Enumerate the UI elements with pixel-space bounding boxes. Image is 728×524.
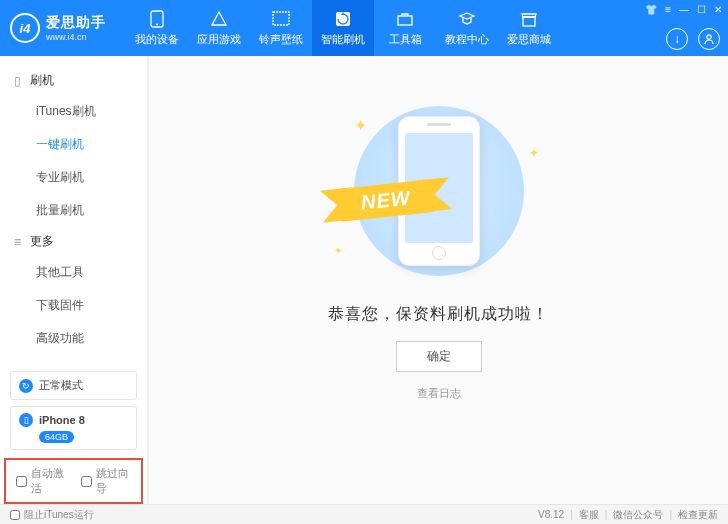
main-content: ✦ ✦ ✦ NEW 恭喜您，保资料刷机成功啦！ 确定 查看日志 [148,56,728,504]
tab-apps[interactable]: 应用游戏 [188,0,250,56]
mode-status[interactable]: ↻ 正常模式 [10,371,137,400]
svg-rect-2 [273,12,289,25]
close-icon[interactable]: ✕ [714,4,722,15]
app-name: 爱思助手 [46,14,106,32]
sidebar-item-batch[interactable]: 批量刷机 [0,194,147,227]
sidebar-item-itunes[interactable]: iTunes刷机 [0,95,147,128]
tab-store[interactable]: 爱思商城 [498,0,560,56]
tab-label: 我的设备 [135,32,179,47]
sidebar-item-advanced[interactable]: 高级功能 [0,322,147,355]
tutorial-icon [457,10,477,28]
success-illustration: ✦ ✦ ✦ NEW [334,106,544,276]
tab-my-device[interactable]: 我的设备 [126,0,188,56]
sidebar-item-oneclick[interactable]: 一键刷机 [0,128,147,161]
tab-toolbox[interactable]: 工具箱 [374,0,436,56]
app-url: www.i4.cn [46,32,106,42]
maximize-icon[interactable]: ☐ [697,4,706,15]
svg-point-6 [707,35,711,39]
toolbox-icon [395,10,415,28]
storage-badge: 64GB [39,431,74,443]
skin-icon[interactable]: 👕 [645,4,657,15]
tab-label: 爱思商城 [507,32,551,47]
wallpaper-icon [271,10,291,28]
store-icon [519,10,539,28]
ok-button[interactable]: 确定 [396,341,482,372]
header: i4 爱思助手 www.i4.cn 我的设备 应用游戏 铃声壁纸 智能刷机 工具… [0,0,728,56]
tab-flash[interactable]: 智能刷机 [312,0,374,56]
tab-label: 教程中心 [445,32,489,47]
flash-icon [333,10,353,28]
tab-ringtones[interactable]: 铃声壁纸 [250,0,312,56]
sidebar-item-pro[interactable]: 专业刷机 [0,161,147,194]
phone-outline-icon: ▯ [14,74,24,88]
version-label: V8.12 [538,509,564,520]
sidebar: ▯ 刷机 iTunes刷机 一键刷机 专业刷机 批量刷机 ≡ 更多 其他工具 下… [0,56,148,504]
download-button[interactable]: ↓ [666,28,688,50]
logo: i4 爱思助手 www.i4.cn [0,13,116,43]
group-label: 刷机 [30,72,54,89]
sidebar-group-more: ≡ 更多 [0,227,147,256]
window-controls: 👕 ≡ — ☐ ✕ [645,4,722,15]
svg-point-1 [156,23,158,25]
cb-label: 跳过向导 [96,466,132,496]
view-log-link[interactable]: 查看日志 [417,386,461,401]
footer: 阻止iTunes运行 V8.12 | 客服 | 微信公众号 | 检查更新 [0,504,728,524]
svg-rect-5 [523,17,535,26]
success-message: 恭喜您，保资料刷机成功啦！ [328,304,549,325]
auto-activate-checkbox[interactable]: 自动激活 [16,466,67,496]
wechat-link[interactable]: 微信公众号 [613,508,663,522]
device-icon [147,10,167,28]
account-button[interactable] [698,28,720,50]
tab-tutorials[interactable]: 教程中心 [436,0,498,56]
block-itunes-checkbox[interactable]: 阻止iTunes运行 [10,508,94,522]
svg-rect-4 [398,16,412,25]
sidebar-item-other[interactable]: 其他工具 [0,256,147,289]
logo-icon: i4 [10,13,40,43]
menu-icon[interactable]: ≡ [665,4,671,15]
tab-label: 智能刷机 [321,32,365,47]
options-bar: 自动激活 跳过向导 [4,458,143,504]
sidebar-group-flash: ▯ 刷机 [0,66,147,95]
header-actions: ↓ [666,28,720,50]
list-icon: ≡ [14,235,24,249]
support-link[interactable]: 客服 [579,508,599,522]
tab-label: 铃声壁纸 [259,32,303,47]
tab-label: 工具箱 [389,32,422,47]
sidebar-item-firmware[interactable]: 下载固件 [0,289,147,322]
mode-label: 正常模式 [39,378,83,393]
tab-label: 应用游戏 [197,32,241,47]
apps-icon [209,10,229,28]
cb-label: 自动激活 [31,466,67,496]
device-name: iPhone 8 [39,414,85,426]
nav-tabs: 我的设备 应用游戏 铃声壁纸 智能刷机 工具箱 教程中心 爱思商城 [126,0,560,56]
phone-icon: ▯ [19,413,33,427]
cb-label: 阻止iTunes运行 [24,508,94,522]
update-link[interactable]: 检查更新 [678,508,718,522]
skip-guide-checkbox[interactable]: 跳过向导 [81,466,132,496]
group-label: 更多 [30,233,54,250]
refresh-icon: ↻ [19,379,33,393]
device-box[interactable]: ▯ iPhone 8 64GB [10,406,137,450]
minimize-icon[interactable]: — [679,4,689,15]
